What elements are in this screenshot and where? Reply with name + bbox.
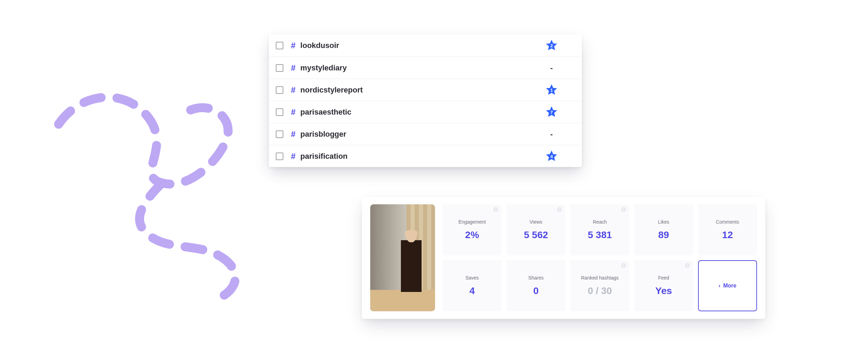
metric-value: Yes <box>655 285 672 296</box>
row-checkbox[interactable] <box>276 64 283 72</box>
rank-star-icon: 7 <box>545 105 558 119</box>
hashtag-name: mystylediary <box>300 63 531 72</box>
hashtag-name: parisblogger <box>300 130 531 139</box>
info-icon[interactable] <box>621 263 626 268</box>
rank-value: 2 <box>550 43 553 48</box>
hashtag-name: parisification <box>300 152 531 161</box>
row-checkbox[interactable] <box>276 153 283 160</box>
rank-empty: - <box>550 130 553 139</box>
metric-value: 12 <box>722 229 733 241</box>
metric-label: Comments <box>716 219 739 225</box>
metrics-grid: Engagement 2% Views 5 562 Reach 5 381 Li… <box>443 204 757 311</box>
table-row[interactable]: # mystylediary - <box>269 57 582 79</box>
metric-label: Likes <box>658 219 669 225</box>
hash-icon: # <box>291 129 295 139</box>
table-row[interactable]: # parisblogger - <box>269 123 582 145</box>
hash-icon: # <box>291 107 295 117</box>
more-button[interactable]: › More <box>698 260 757 311</box>
metric-label: Ranked hashtags <box>581 275 619 281</box>
metric-label: Feed <box>658 275 669 281</box>
hash-icon: # <box>291 63 295 73</box>
metric-value: 2% <box>465 229 479 241</box>
row-checkbox[interactable] <box>276 42 283 49</box>
table-row[interactable]: # parisification 4 <box>269 145 582 167</box>
post-thumbnail[interactable] <box>370 204 435 311</box>
metric-views: Views 5 562 <box>506 204 565 255</box>
more-button-label: More <box>723 283 736 289</box>
rank-value: 4 <box>550 154 553 159</box>
metric-value: 5 562 <box>524 229 548 241</box>
info-icon[interactable] <box>557 207 562 212</box>
hashtag-name: lookdusoir <box>300 41 531 50</box>
hashtag-name: parisaesthetic <box>300 108 531 117</box>
hash-icon: # <box>291 41 295 50</box>
metric-label: Reach <box>593 219 607 225</box>
metric-value: 5 381 <box>588 229 612 241</box>
rank-value: 7 <box>550 110 553 115</box>
metric-feed: Feed Yes <box>634 260 693 311</box>
metric-ranked-hashtags: Ranked hashtags 0 / 30 <box>570 260 629 311</box>
row-checkbox[interactable] <box>276 86 283 94</box>
table-row[interactable]: # parisaesthetic 7 <box>269 101 582 123</box>
rank-star-icon: 1 <box>545 83 558 97</box>
table-row[interactable]: # lookdusoir 2 <box>269 35 582 57</box>
metric-saves: Saves 4 <box>443 260 502 311</box>
rank-star-icon: 4 <box>545 149 558 163</box>
hash-icon: # <box>291 151 295 161</box>
metric-label: Shares <box>528 275 544 281</box>
row-checkbox[interactable] <box>276 108 283 116</box>
rank-value: 1 <box>550 88 553 93</box>
metric-engagement: Engagement 2% <box>443 204 502 255</box>
metric-value: 0 <box>533 285 539 296</box>
metric-comments: Comments 12 <box>698 204 757 255</box>
hashtag-name: nordicstylereport <box>300 86 531 95</box>
metric-value: 0 / 30 <box>588 285 612 296</box>
rank-empty: - <box>550 63 553 72</box>
metric-value: 89 <box>658 229 669 241</box>
metric-likes: Likes 89 <box>634 204 693 255</box>
chevron-right-icon: › <box>719 283 720 289</box>
info-icon[interactable] <box>621 207 626 212</box>
table-row[interactable]: # nordicstylereport 1 <box>269 79 582 101</box>
metric-value: 4 <box>470 285 475 296</box>
hashtag-table: # lookdusoir 2 # mystylediary - # nordic… <box>269 35 582 167</box>
post-stats-card: Engagement 2% Views 5 562 Reach 5 381 Li… <box>362 197 765 319</box>
metric-label: Views <box>529 219 542 225</box>
hash-icon: # <box>291 85 295 95</box>
rank-star-icon: 2 <box>545 39 558 52</box>
info-icon[interactable] <box>685 263 690 268</box>
row-checkbox[interactable] <box>276 130 283 138</box>
info-icon[interactable] <box>493 207 498 212</box>
metric-label: Saves <box>465 275 479 281</box>
metric-shares: Shares 0 <box>506 260 565 311</box>
metric-label: Engagement <box>458 219 486 225</box>
metric-reach: Reach 5 381 <box>570 204 629 255</box>
